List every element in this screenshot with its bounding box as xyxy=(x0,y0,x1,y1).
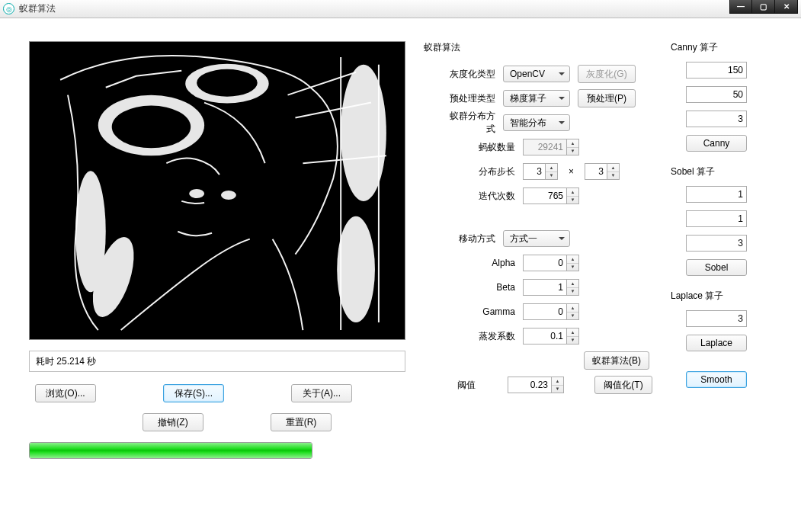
image-preview xyxy=(29,41,405,340)
ant-count-label: 蚂蚁数量 xyxy=(442,141,515,154)
app-window: ◎ 蚁群算法 — ▢ ✕ xyxy=(0,0,801,532)
down-icon[interactable]: ▼ xyxy=(546,172,557,180)
grayscale-button[interactable]: 灰度化(G) xyxy=(578,65,636,83)
down-icon[interactable]: ▼ xyxy=(607,172,619,180)
left-column: 耗时 25.214 秒 浏览(O)... 保存(S)... 关于(A)... 撤… xyxy=(29,41,405,518)
browse-button[interactable]: 浏览(O)... xyxy=(35,384,96,402)
down-icon[interactable]: ▼ xyxy=(552,386,563,393)
smooth-button[interactable]: Smooth xyxy=(686,371,747,388)
titlebar[interactable]: ◎ 蚁群算法 — ▢ ✕ xyxy=(0,0,801,18)
gray-type-value: OpenCV xyxy=(510,69,545,79)
sobel-input-3[interactable] xyxy=(686,235,747,252)
svg-point-9 xyxy=(112,106,191,149)
svg-point-10 xyxy=(197,69,258,97)
canny-group: Canny 算子 Canny xyxy=(671,41,777,152)
reset-button[interactable]: 重置(R) xyxy=(271,413,332,431)
up-icon[interactable]: ▲ xyxy=(567,304,578,312)
up-icon[interactable]: ▲ xyxy=(552,377,563,386)
iter-label: 迭代次数 xyxy=(442,190,515,203)
progress-fill xyxy=(30,443,312,458)
canny-input-1[interactable] xyxy=(686,62,747,79)
threshold-spinner[interactable]: ▲▼ xyxy=(508,377,564,393)
laplace-group: Laplace 算子 Laplace xyxy=(671,290,777,351)
sobel-input-2[interactable] xyxy=(686,210,747,227)
canny-input-2[interactable] xyxy=(686,86,747,103)
client-area: 耗时 25.214 秒 浏览(O)... 保存(S)... 关于(A)... 撤… xyxy=(0,18,801,532)
canny-input-3[interactable] xyxy=(686,111,747,127)
beta-spinner[interactable]: ▲▼ xyxy=(523,279,579,296)
ant-count-spinner[interactable]: ▲▼ xyxy=(523,139,579,155)
dist-mode-label: 蚁群分布方式 xyxy=(442,110,495,136)
alpha-spinner[interactable]: ▲▼ xyxy=(523,255,579,271)
multiply-icon: × xyxy=(569,166,574,177)
button-row-1: 浏览(O)... 保存(S)... 关于(A)... xyxy=(35,384,405,402)
iter-input[interactable] xyxy=(523,187,567,204)
svg-point-7 xyxy=(189,189,204,198)
ant-count-input xyxy=(523,139,567,155)
save-button[interactable]: 保存(S)... xyxy=(163,384,224,402)
down-icon[interactable]: ▼ xyxy=(567,288,578,296)
down-icon[interactable]: ▼ xyxy=(567,337,578,345)
window-title: 蚁群算法 xyxy=(19,2,56,15)
up-icon[interactable]: ▲ xyxy=(567,328,578,337)
step-b-input[interactable] xyxy=(585,163,607,180)
about-button[interactable]: 关于(A)... xyxy=(291,384,352,402)
window-controls: — ▢ ✕ xyxy=(729,0,798,14)
sobel-input-1[interactable] xyxy=(686,186,747,203)
beta-label: Beta xyxy=(442,282,515,293)
beta-input[interactable] xyxy=(523,279,567,296)
aco-group-body: 灰度化类型 OpenCV 灰度化(G) 预处理类型 梯度算子 预处理(P) 蚁群… xyxy=(424,62,652,397)
undo-button[interactable]: 撤销(Z) xyxy=(143,413,203,431)
preproc-type-combo[interactable]: 梯度算子 xyxy=(503,90,570,107)
down-icon[interactable]: ▼ xyxy=(567,148,578,155)
evap-input[interactable] xyxy=(523,328,567,345)
move-mode-combo[interactable]: 方式一 xyxy=(503,230,570,247)
iter-spinner[interactable]: ▲▼ xyxy=(523,187,579,204)
svg-point-5 xyxy=(341,65,386,201)
step-a-input[interactable] xyxy=(523,163,546,180)
step-a-spinner[interactable]: ▲▼ xyxy=(523,163,558,180)
gamma-input[interactable] xyxy=(523,303,567,320)
minimize-button[interactable]: — xyxy=(729,0,752,14)
laplace-input-1[interactable] xyxy=(686,310,747,327)
sobel-title: Sobel 算子 xyxy=(671,165,777,178)
status-text: 耗时 25.214 秒 xyxy=(29,351,405,372)
up-icon[interactable]: ▲ xyxy=(567,255,578,264)
up-icon[interactable]: ▲ xyxy=(567,139,578,148)
up-icon[interactable]: ▲ xyxy=(607,164,619,172)
threshold-button[interactable]: 阈值化(T) xyxy=(594,376,652,394)
move-mode-value: 方式一 xyxy=(510,232,537,245)
down-icon[interactable]: ▼ xyxy=(567,197,578,204)
dist-mode-combo[interactable]: 智能分布 xyxy=(503,114,570,131)
down-icon[interactable]: ▼ xyxy=(567,264,578,271)
gamma-label: Gamma xyxy=(442,306,515,317)
threshold-input[interactable] xyxy=(508,377,552,393)
canny-title: Canny 算子 xyxy=(671,41,777,54)
alpha-input[interactable] xyxy=(523,255,567,271)
preproc-type-label: 预处理类型 xyxy=(442,92,495,105)
gray-type-combo[interactable]: OpenCV xyxy=(503,66,570,82)
laplace-title: Laplace 算子 xyxy=(671,290,777,303)
close-button[interactable]: ✕ xyxy=(775,0,798,14)
gamma-spinner[interactable]: ▲▼ xyxy=(523,303,579,320)
edge-image xyxy=(30,42,405,339)
up-icon[interactable]: ▲ xyxy=(567,188,578,197)
up-icon[interactable]: ▲ xyxy=(567,280,578,288)
evap-spinner[interactable]: ▲▼ xyxy=(523,328,579,345)
sobel-button[interactable]: Sobel xyxy=(686,259,747,276)
up-icon[interactable]: ▲ xyxy=(546,164,557,172)
preprocess-button[interactable]: 预处理(P) xyxy=(578,89,636,107)
down-icon[interactable]: ▼ xyxy=(567,312,578,320)
step-b-spinner[interactable]: ▲▼ xyxy=(585,163,620,180)
run-aco-button[interactable]: 蚁群算法(B) xyxy=(584,351,649,370)
maximize-button[interactable]: ▢ xyxy=(752,0,775,14)
laplace-button[interactable]: Laplace xyxy=(686,335,747,351)
alpha-label: Alpha xyxy=(442,258,515,268)
threshold-label: 阈值 xyxy=(442,379,476,392)
move-mode-label: 移动方式 xyxy=(442,232,495,245)
evap-label: 蒸发系数 xyxy=(442,330,515,343)
right-column: Canny 算子 Canny Sobel 算子 Sobel La xyxy=(671,41,777,518)
button-row-2: 撤销(Z) 重置(R) xyxy=(35,413,405,431)
canny-button[interactable]: Canny xyxy=(686,135,747,152)
progress-bar xyxy=(29,442,312,459)
